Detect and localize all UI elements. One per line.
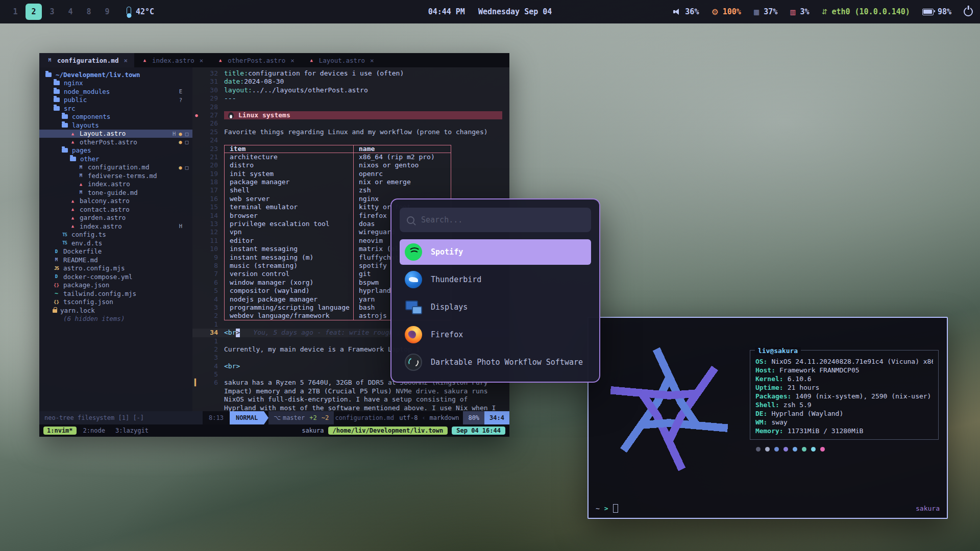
memory-widget[interactable]: ▥ 3% bbox=[790, 7, 809, 16]
table-row[interactable]: 21 architecture x86_64 (rip m2 pro) bbox=[192, 153, 509, 161]
file-name: garden.astro bbox=[80, 214, 126, 221]
tab-close-icon[interactable]: × bbox=[370, 57, 374, 64]
buffer-line[interactable]: 31 date: 2024-08-30 bbox=[192, 78, 509, 86]
markdown-heading-line[interactable]: 27 Linux systems bbox=[192, 111, 509, 119]
app-label: Spotify bbox=[431, 247, 463, 257]
buffer-line[interactable]: 28 bbox=[192, 103, 509, 111]
tree-item[interactable]: index.astro bbox=[39, 180, 192, 189]
workspace-button[interactable]: 1 bbox=[7, 4, 23, 20]
buffer-line[interactable]: 6 sakura has a Ryzen 5 7640U, 32GB of DD… bbox=[192, 379, 509, 411]
table-header-row[interactable]: 23 item name bbox=[192, 145, 509, 153]
tree-item[interactable]: (6 hidden items) bbox=[39, 315, 192, 323]
brightness-widget[interactable]: ⚙ 100% bbox=[711, 7, 741, 17]
tree-item[interactable]: garden.astro bbox=[39, 214, 192, 222]
tree-item[interactable]: nginx bbox=[39, 79, 192, 88]
tab-close-icon[interactable]: × bbox=[200, 57, 204, 64]
workspace-button[interactable]: 9 bbox=[99, 4, 115, 20]
workspace-button[interactable]: 4 bbox=[62, 4, 79, 20]
tree-item[interactable]: pages bbox=[39, 146, 192, 155]
workspace-button[interactable]: 3 bbox=[44, 4, 60, 20]
tree-item[interactable]: config.ts bbox=[39, 231, 192, 239]
tree-item[interactable]: yarn.lock bbox=[39, 306, 192, 315]
power-button[interactable] bbox=[964, 7, 973, 16]
tab-close-icon[interactable]: × bbox=[290, 57, 295, 64]
tree-item[interactable]: otherPost.astro ● □ bbox=[39, 138, 192, 146]
table-row[interactable]: 19 init system openrc bbox=[192, 170, 509, 178]
tree-item[interactable]: configuration.md ● □ bbox=[39, 163, 192, 172]
app-icon bbox=[405, 354, 422, 371]
tmux-window[interactable]: 2:node bbox=[80, 427, 109, 435]
tree-item[interactable]: node_modules E bbox=[39, 87, 192, 96]
editor-tab[interactable]: configuration.md × bbox=[39, 53, 134, 67]
buffer-line[interactable]: 24 bbox=[192, 136, 509, 144]
launcher-item[interactable]: Spotify bbox=[400, 239, 591, 265]
tree-item[interactable]: layouts bbox=[39, 121, 192, 130]
table-row[interactable]: 20 distro nixos or gentoo bbox=[192, 161, 509, 169]
fetch-user-host: liv@sakura bbox=[755, 347, 801, 355]
table-row[interactable]: 17 shell zsh bbox=[192, 186, 509, 194]
tree-item[interactable]: ~/Development/liv.town bbox=[39, 70, 192, 79]
workspace-button[interactable]: 8 bbox=[81, 4, 97, 20]
file-name: otherPost.astro bbox=[80, 138, 137, 146]
tab-close-icon[interactable]: × bbox=[124, 57, 128, 64]
tree-item[interactable]: components bbox=[39, 113, 192, 121]
editor-tab[interactable]: index.astro × bbox=[134, 53, 210, 67]
launcher-item[interactable]: Thunderbird bbox=[400, 267, 591, 292]
network-widget[interactable]: ⇵ eth0 (10.0.0.140) bbox=[822, 7, 910, 16]
buffer-line[interactable]: 29 --- bbox=[192, 94, 509, 103]
workspace-button[interactable]: 2 bbox=[26, 4, 42, 20]
line-number: 27 bbox=[201, 111, 224, 119]
tree-item[interactable]: contact.astro bbox=[39, 205, 192, 214]
tmux-window[interactable]: 1:nvim* bbox=[43, 427, 77, 435]
tmux-window[interactable]: 3:lazygit bbox=[112, 427, 152, 435]
file-icon bbox=[70, 157, 76, 161]
tree-item[interactable]: tsconfig.json bbox=[39, 298, 192, 307]
shell-prompt[interactable]: ~ > bbox=[596, 504, 618, 513]
launcher-item[interactable]: Displays bbox=[400, 294, 591, 320]
tree-item[interactable]: other bbox=[39, 155, 192, 163]
editor-tab[interactable]: Layout.astro × bbox=[301, 53, 381, 67]
temperature-widget[interactable]: 42°C bbox=[127, 7, 154, 17]
file-name: balcony.astro bbox=[80, 197, 130, 205]
tree-item[interactable]: balcony.astro bbox=[39, 197, 192, 206]
tree-item[interactable]: fediverse-terms.md bbox=[39, 171, 192, 180]
terminal-window[interactable]: liv@sakura OS: NixOS 24.11.20240828.71e9… bbox=[587, 317, 948, 519]
battery-widget[interactable]: 98% bbox=[922, 7, 951, 16]
buffer-line[interactable]: 32 title: configuration for devices i us… bbox=[192, 69, 509, 78]
git-added-count: +2 bbox=[309, 414, 316, 421]
buffer-line[interactable]: 25 Favorite things regarding Linux and m… bbox=[192, 128, 509, 136]
tree-item[interactable]: src bbox=[39, 104, 192, 113]
launcher-item[interactable]: Darktable Photo Workflow Software bbox=[400, 349, 591, 375]
tree-item[interactable]: public ? bbox=[39, 96, 192, 105]
table-row[interactable]: 18 package manager nix or emerge bbox=[192, 178, 509, 186]
tree-item[interactable]: tailwind.config.mjs bbox=[39, 289, 192, 298]
cpu-widget[interactable]: ▦ 37% bbox=[753, 7, 777, 16]
tree-item[interactable]: package.json bbox=[39, 281, 192, 290]
tree-item[interactable]: Dockerfile bbox=[39, 247, 192, 256]
line-number: 28 bbox=[201, 103, 224, 111]
tab-label: otherPost.astro bbox=[228, 57, 285, 64]
volume-widget[interactable]: 36% bbox=[673, 7, 699, 16]
volume-value: 36% bbox=[685, 7, 699, 16]
filetype-icon bbox=[46, 57, 54, 63]
editor-tab[interactable]: otherPost.astro × bbox=[210, 53, 301, 67]
tree-item[interactable]: astro.config.mjs bbox=[39, 264, 192, 273]
tree-item[interactable]: README.md bbox=[39, 256, 192, 264]
tree-item[interactable]: docker-compose.yml bbox=[39, 272, 192, 281]
fetch-info-value: Hyprland (Wayland) bbox=[771, 409, 843, 418]
file-icon bbox=[54, 89, 60, 94]
tree-item[interactable]: env.d.ts bbox=[39, 239, 192, 247]
table-cell-item: package manager bbox=[224, 178, 353, 186]
tree-item[interactable]: index.astro H bbox=[39, 222, 192, 231]
clock-widget[interactable]: 04:44 PM Wednesday Sep 04 bbox=[428, 7, 552, 16]
launcher-search-bar[interactable] bbox=[400, 208, 591, 232]
search-input[interactable] bbox=[420, 215, 584, 225]
tree-item[interactable]: tone-guide.md bbox=[39, 188, 192, 197]
launcher-item[interactable]: Firefox bbox=[400, 322, 591, 347]
line-number: 26 bbox=[201, 119, 224, 128]
tree-item[interactable]: Layout.astro H ● □ bbox=[39, 130, 192, 138]
buffer-line[interactable]: 30 layout: ../../layouts/otherPost.astro bbox=[192, 86, 509, 94]
app-icon bbox=[405, 326, 422, 343]
buffer-line[interactable]: 26 bbox=[192, 119, 509, 128]
thermometer-icon bbox=[127, 7, 131, 15]
